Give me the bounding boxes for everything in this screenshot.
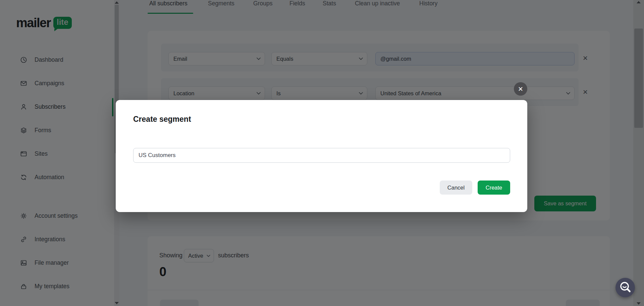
modal-close-button[interactable]: ✕ bbox=[514, 82, 527, 96]
close-icon: ✕ bbox=[518, 85, 523, 93]
segment-name-input[interactable] bbox=[133, 148, 510, 163]
modal-title: Create segment bbox=[133, 115, 191, 124]
cancel-button[interactable]: Cancel bbox=[440, 181, 472, 195]
create-segment-modal: Create segment Cancel Create bbox=[116, 100, 527, 212]
help-button[interactable] bbox=[615, 278, 635, 297]
help-magnifier-icon bbox=[616, 278, 635, 297]
create-button[interactable]: Create bbox=[478, 181, 510, 195]
